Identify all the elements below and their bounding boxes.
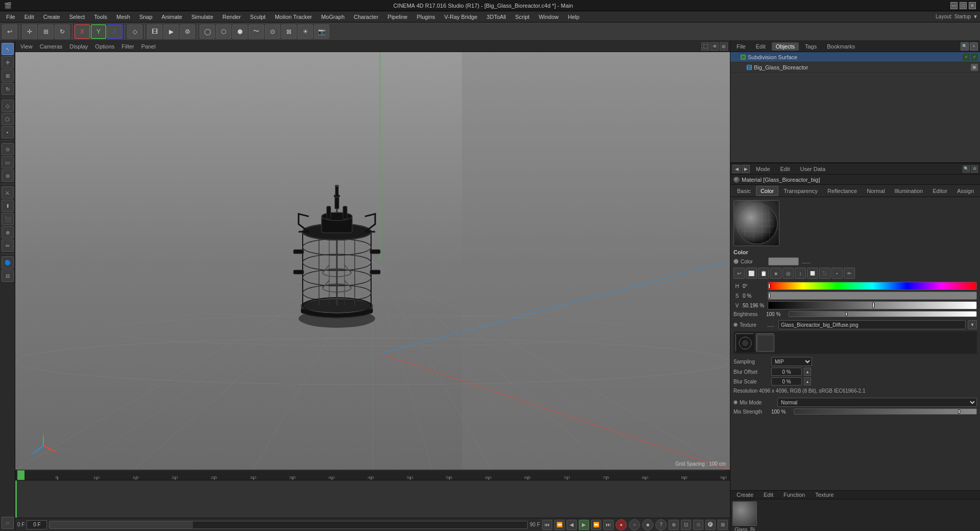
record-button[interactable]: ●: [616, 519, 627, 530]
menu-file[interactable]: File: [2, 13, 19, 21]
play-back-button[interactable]: ◀: [567, 520, 577, 530]
mat-tab-editor[interactable]: Editor: [928, 186, 952, 196]
viewport-cameras-menu[interactable]: Cameras: [37, 43, 66, 50]
object-vis-2[interactable]: ✓: [971, 54, 978, 61]
next-key-button[interactable]: ⏩: [591, 520, 601, 530]
color-paste-btn[interactable]: 📋: [758, 268, 769, 279]
scale-tool-button[interactable]: ⊞: [38, 25, 54, 39]
timeline-scrub[interactable]: [49, 521, 528, 529]
spline-tool[interactable]: 〜: [249, 25, 264, 39]
layout-dropdown-icon[interactable]: ▼: [973, 14, 978, 19]
value-slider[interactable]: [768, 301, 977, 309]
sidebar-tool-polygon[interactable]: ◇: [2, 100, 14, 112]
play-forward-button[interactable]: ▶: [579, 520, 589, 530]
mocap-button[interactable]: 🅟: [705, 520, 716, 530]
mat-bottom-tab-edit[interactable]: Edit: [760, 491, 777, 499]
camera-tool[interactable]: 📷: [314, 25, 329, 39]
v-value[interactable]: 50.196 %: [743, 303, 766, 308]
color-reset-btn[interactable]: ↩: [733, 268, 745, 279]
object-row-bioreactor[interactable]: LO Big_Glass_Bioreactor ▣: [730, 62, 980, 73]
texture-expand-button[interactable]: ▼: [968, 320, 977, 329]
menu-mesh[interactable]: Mesh: [112, 13, 134, 21]
mat-bottom-tab-texture[interactable]: Texture: [811, 491, 838, 499]
blur-scale-input[interactable]: [771, 377, 802, 385]
hue-slider[interactable]: [768, 282, 977, 290]
mat-bottom-tab-create[interactable]: Create: [732, 491, 757, 499]
menu-character[interactable]: Character: [350, 13, 382, 21]
rotate-tool-button[interactable]: ↻: [55, 25, 70, 39]
panel-tab-tags[interactable]: Tags: [801, 42, 821, 51]
sampling-select[interactable]: MIP None Bilinear Trilinear: [771, 357, 812, 366]
menu-motion-tracker[interactable]: Motion Tracker: [271, 13, 316, 21]
panel-tab-objects[interactable]: Objects: [772, 42, 799, 51]
viewport-display-menu[interactable]: Display: [66, 43, 91, 50]
color-wheel-btn[interactable]: ◎: [782, 268, 794, 279]
mat-tab-normal[interactable]: Normal: [862, 186, 889, 196]
timeline-playhead[interactable]: [15, 480, 17, 518]
mat-tab-illumination[interactable]: Illumination: [890, 186, 928, 196]
go-to-start-button[interactable]: ⏮: [542, 520, 552, 530]
mat-tab-reflectance[interactable]: Reflectance: [823, 186, 862, 196]
object-tool-3[interactable]: ⬢: [232, 25, 248, 39]
menu-help[interactable]: Help: [564, 13, 584, 21]
texture-filename[interactable]: Glass_Bioreactor_big_Diffuse.png: [778, 320, 966, 329]
material-swatch[interactable]: [732, 501, 757, 526]
menu-plugins[interactable]: Plugins: [412, 13, 439, 21]
color-spectrum-btn[interactable]: ■: [770, 268, 781, 279]
menu-script[interactable]: Script: [511, 13, 533, 21]
menu-select[interactable]: Select: [65, 13, 89, 21]
mat-tab-assign[interactable]: Assign: [952, 186, 978, 196]
sidebar-tool-rect-select[interactable]: ▭: [2, 156, 14, 168]
viewport-view-menu[interactable]: View: [17, 43, 36, 50]
x-axis-button[interactable]: X: [75, 25, 90, 39]
nav-back-button[interactable]: ◀: [732, 165, 741, 173]
menu-render[interactable]: Render: [218, 13, 245, 21]
viewport-filter-menu[interactable]: Filter: [118, 43, 137, 50]
menu-pipeline[interactable]: Pipeline: [383, 13, 411, 21]
color-swatch[interactable]: [768, 257, 799, 266]
keyframe-button[interactable]: ⊕: [669, 520, 679, 530]
mat-tab-color[interactable]: Color: [756, 186, 778, 196]
viewport-3d[interactable]: Perspective: [15, 52, 730, 470]
color-picker-3[interactable]: ⬛: [819, 268, 830, 279]
menu-vray-bridge[interactable]: V-Ray Bridge: [440, 13, 482, 21]
sidebar-tool-poly-pen[interactable]: ✏: [2, 239, 14, 252]
color-copy-btn[interactable]: ⬜: [746, 268, 757, 279]
viewport-panel-menu[interactable]: Panel: [138, 43, 159, 50]
menu-create[interactable]: Create: [39, 13, 64, 21]
blur-offset-stepper-up[interactable]: ▲: [804, 368, 811, 376]
color-picker-2[interactable]: ⬜: [807, 268, 818, 279]
mat-bottom-tab-function[interactable]: Function: [779, 491, 809, 499]
mode-button[interactable]: ?: [655, 519, 667, 530]
mix-strength-slider[interactable]: [794, 408, 977, 415]
panel-tab-userdata[interactable]: User Data: [796, 165, 830, 173]
viewport-options-menu[interactable]: Options: [92, 43, 117, 50]
menu-sculpt[interactable]: Sculpt: [246, 13, 270, 21]
sidebar-tool-bridge[interactable]: ⊕: [2, 226, 14, 238]
saturation-slider[interactable]: [768, 292, 977, 300]
panel-tab-mode[interactable]: Mode: [752, 165, 774, 173]
sidebar-tool-symmetry[interactable]: ⊟: [2, 270, 14, 282]
s-value[interactable]: 0 %: [743, 293, 766, 299]
sidebar-tool-knife[interactable]: ⚔: [2, 186, 14, 199]
loop-button[interactable]: ○: [629, 519, 640, 530]
panel-tab-bookmarks[interactable]: Bookmarks: [823, 42, 859, 51]
z-axis-button[interactable]: Z: [107, 25, 122, 39]
sidebar-tool-move[interactable]: ✛: [2, 56, 14, 68]
menu-window[interactable]: Window: [534, 13, 562, 21]
menu-tools[interactable]: Tools: [90, 13, 111, 21]
maximize-button[interactable]: □: [960, 2, 967, 9]
eyedropper-btn[interactable]: ✏: [844, 268, 855, 279]
key-all-button[interactable]: ⊡: [681, 520, 691, 530]
current-frame-input[interactable]: [27, 520, 47, 529]
viewport-layout-icon[interactable]: ⊞: [720, 42, 728, 51]
render-view-button[interactable]: ▶: [163, 25, 179, 39]
sidebar-tool-point[interactable]: •: [2, 126, 14, 138]
mat-tab-basic[interactable]: Basic: [732, 186, 755, 196]
sidebar-tool-bevel[interactable]: ⬛: [2, 213, 14, 225]
object-vis-3[interactable]: ▣: [971, 64, 978, 71]
object-tool-2[interactable]: ⬡: [216, 25, 231, 39]
brightness-slider[interactable]: [789, 311, 977, 317]
stop-button[interactable]: ■: [642, 519, 653, 530]
sidebar-tool-magnet[interactable]: 🔵: [2, 256, 14, 269]
